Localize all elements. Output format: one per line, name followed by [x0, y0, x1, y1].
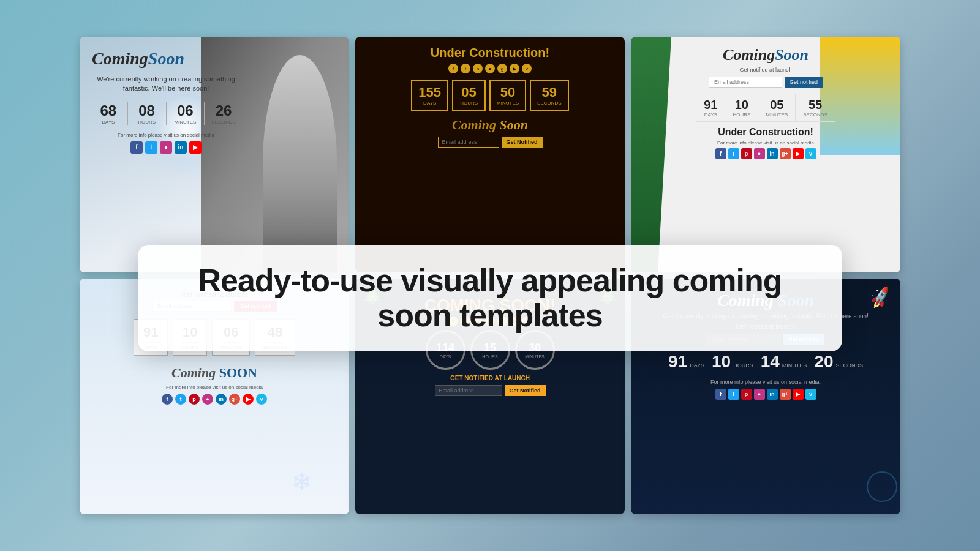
c6-fb-icon[interactable]: f — [715, 389, 726, 400]
c4-li-icon[interactable]: in — [216, 394, 227, 405]
card1-description: We're currently working on creating some… — [92, 75, 240, 94]
c6-vm-icon[interactable]: v — [805, 389, 816, 400]
card2-content: Under Construction! f t p ● g ▶ v 155 DA… — [355, 37, 625, 157]
card2-social-icons: f t p ● g ▶ v — [368, 64, 612, 73]
c2-pin-icon[interactable]: p — [473, 64, 483, 73]
card1-days: 68 DAYS — [92, 102, 125, 125]
card1-days-label: DAYS — [92, 119, 125, 125]
c3-gp-icon[interactable]: g+ — [780, 148, 791, 159]
card2-minutes-box: 50 MINUTES — [489, 80, 526, 111]
card3-days-value: 91 — [704, 98, 717, 112]
c6-gp-icon[interactable]: g+ — [780, 389, 791, 400]
c3-yt-icon[interactable]: ▶ — [793, 148, 804, 159]
linkedin-icon[interactable]: in — [175, 141, 187, 154]
card5-email-row: Get Notified — [435, 385, 546, 396]
instagram-icon[interactable]: ● — [160, 141, 172, 154]
card3-email-row: Get notified — [709, 77, 823, 88]
card2-title: Under Construction! — [368, 46, 612, 60]
c4-tw-icon[interactable]: t — [175, 394, 186, 405]
template-card-3: ComingSoon Get notified at launch Get no… — [631, 37, 900, 272]
card2-hours-value: 05 — [459, 84, 478, 100]
card5-minutes-label: MINUTES — [525, 354, 545, 359]
c4-pin-icon[interactable]: p — [189, 394, 200, 405]
c4-yt-icon[interactable]: ▶ — [243, 394, 254, 405]
c4-fb-icon[interactable]: f — [162, 394, 173, 405]
c4-ig-icon[interactable]: ● — [202, 394, 213, 405]
banner-overlay: Ready-to-use visually appealing coming s… — [138, 245, 842, 351]
card4-logo: Coming SOON — [172, 365, 257, 381]
card6-days-value: 91 — [668, 352, 687, 372]
card6-more-info: For more info please visit us on social … — [710, 379, 821, 385]
c3-pin-icon[interactable]: p — [741, 148, 752, 159]
card6-hours-label: HOURS — [733, 362, 753, 369]
card6-deco-circle — [867, 471, 897, 502]
card3-days-label: DAYS — [704, 112, 717, 118]
card6-counter: 91 DAYS 10 HOURS 14 MINUTES 20 SECONDS — [668, 352, 863, 372]
c2-gp-icon[interactable]: g — [497, 64, 507, 73]
card1-content: ComingSoon We're currently working on cr… — [92, 49, 240, 154]
c2-tw-icon[interactable]: t — [461, 64, 470, 73]
card6-minutes-value: 14 — [761, 352, 780, 372]
card3-logo: ComingSoon — [723, 46, 809, 64]
c2-ig-icon[interactable]: ● — [485, 64, 495, 73]
facebook-icon[interactable]: f — [130, 141, 143, 154]
c3-li-icon[interactable]: in — [767, 148, 778, 159]
c6-pin-icon[interactable]: p — [741, 389, 752, 400]
c3-ig-icon[interactable]: ● — [754, 148, 765, 159]
card3-more-info: For more info please visit us on social … — [717, 140, 814, 146]
card3-hours: 10 HOURS — [725, 94, 758, 121]
c3-vm-icon[interactable]: v — [805, 148, 816, 159]
card2-email-input[interactable] — [438, 137, 499, 148]
card2-notify-row: Get Notified — [368, 137, 612, 148]
card1-minutes-value: 06 — [169, 102, 202, 119]
c6-tw-icon[interactable]: t — [728, 389, 739, 400]
card6-social: f t p ● in g+ ▶ v — [715, 389, 816, 400]
c3-fb-icon[interactable]: f — [715, 148, 726, 159]
card2-days-label: DAYS — [418, 100, 441, 106]
banner-text: Ready-to-use visually appealing coming s… — [168, 263, 812, 333]
card3-notify-button[interactable]: Get notified — [785, 77, 823, 88]
card3-hours-label: HOURS — [733, 112, 750, 118]
c2-yt-icon[interactable]: ▶ — [510, 64, 519, 73]
card6-hours-value: 10 — [712, 352, 731, 372]
c6-li-icon[interactable]: in — [767, 389, 778, 400]
main-container: ComingSoon We're currently working on cr… — [80, 37, 900, 514]
card1-minutes: 06 MINUTES — [169, 102, 202, 125]
card6-minutes-label: MINUTES — [782, 362, 807, 369]
card3-counter: 91 DAYS 10 HOURS 05 MINUTES 55 SECONDS — [696, 94, 835, 122]
card1-div3 — [204, 102, 205, 125]
card3-minutes: 05 MINUTES — [758, 94, 796, 121]
card3-email-input[interactable] — [709, 77, 782, 88]
card6-seconds-value: 20 — [814, 352, 833, 372]
card5-email-input[interactable] — [435, 385, 502, 396]
youtube-icon[interactable]: ▶ — [189, 141, 202, 154]
card1-man — [263, 55, 337, 272]
card1-div1 — [127, 102, 128, 125]
card2-days-box: 155 DAYS — [411, 80, 448, 111]
card3-seconds-label: SECONDS — [803, 112, 827, 118]
c3-tw-icon[interactable]: t — [728, 148, 739, 159]
card3-sub: Get notified at launch — [739, 67, 791, 73]
c2-vm-icon[interactable]: v — [522, 64, 532, 73]
twitter-icon[interactable]: t — [145, 141, 157, 154]
c4-gp-icon[interactable]: g+ — [229, 394, 240, 405]
card1-div2 — [166, 102, 167, 125]
card3-title: Under Construction! — [718, 127, 813, 138]
card2-days-value: 155 — [418, 84, 441, 100]
card3-minutes-value: 05 — [766, 98, 788, 112]
card2-notify-button[interactable]: Get Notified — [502, 137, 543, 148]
card5-notify-label: GET NOTIFIED AT LAUNCH — [450, 375, 530, 381]
template-card-2: Under Construction! f t p ● g ▶ v 155 DA… — [355, 37, 625, 272]
c6-ig-icon[interactable]: ● — [754, 389, 765, 400]
c4-vm-icon[interactable]: v — [256, 394, 267, 405]
card2-hours-box: 05 HOURS — [452, 80, 486, 111]
c6-yt-icon[interactable]: ▶ — [793, 389, 804, 400]
card2-seconds-label: SECONDS — [537, 100, 562, 106]
card5-notify-button[interactable]: Get Notified — [505, 385, 546, 396]
card5-hours-label: HOURS — [482, 354, 497, 359]
card6-seconds-label: SECONDS — [835, 362, 863, 369]
c2-fb-icon[interactable]: f — [448, 64, 458, 73]
card2-logo: Coming Soon — [368, 117, 612, 133]
card2-minutes-label: MINUTES — [497, 100, 519, 106]
card3-seconds-value: 55 — [803, 98, 827, 112]
